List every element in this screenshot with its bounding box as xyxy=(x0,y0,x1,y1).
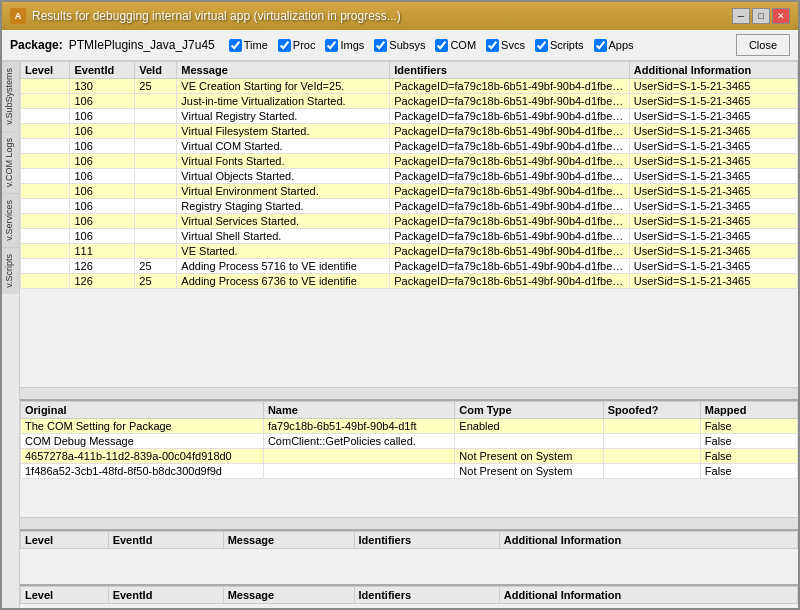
log-table-row[interactable]: 106 Virtual Shell Started. PackageID=fa7… xyxy=(21,229,798,244)
log-table-row[interactable]: 126 25 Adding Process 6736 to VE identif… xyxy=(21,274,798,289)
com-table-row[interactable]: COM Debug Message ComClient::GetPolicies… xyxy=(21,434,798,449)
cb-com-input[interactable] xyxy=(435,39,448,52)
cb-time-input[interactable] xyxy=(229,39,242,52)
com-scrollbar-h[interactable] xyxy=(20,517,798,529)
log-table-row[interactable]: 106 Registry Staging Started. PackageID=… xyxy=(21,199,798,214)
log-col-level: Level xyxy=(21,62,70,79)
com-table-container[interactable]: Original Name Com Type Spoofed? Mapped T… xyxy=(20,401,798,517)
log-cell-eventid: 106 xyxy=(70,109,135,124)
log-cell-eventid: 130 xyxy=(70,79,135,94)
side-tab-services[interactable]: v.Services xyxy=(2,193,19,247)
log-table-row[interactable]: 106 Virtual Services Started. PackageID=… xyxy=(21,214,798,229)
com-cell-spoofed xyxy=(603,419,700,434)
log-cell-message: VE Started. xyxy=(177,244,390,259)
com-cell-original: 1f486a52-3cb1-48fd-8f50-b8dc300d9f9d xyxy=(21,464,264,479)
cb-svcs[interactable]: Svcs xyxy=(486,39,525,52)
services-section: Level EventId Message Identifiers Additi… xyxy=(20,531,798,586)
log-cell-identifiers: PackageID=fa79c18b-6b51-49bf-90b4-d1fbef… xyxy=(390,244,630,259)
cb-subsys-input[interactable] xyxy=(374,39,387,52)
com-cell-original: The COM Setting for Package xyxy=(21,419,264,434)
log-table-row[interactable]: 106 Virtual Objects Started. PackageID=f… xyxy=(21,169,798,184)
log-col-eventid: EventId xyxy=(70,62,135,79)
log-cell-message: Virtual Services Started. xyxy=(177,214,390,229)
com-cell-mapped: False xyxy=(700,449,797,464)
com-table-row[interactable]: The COM Setting for Package fa79c18b-6b5… xyxy=(21,419,798,434)
com-cell-spoofed xyxy=(603,464,700,479)
cb-proc[interactable]: Proc xyxy=(278,39,316,52)
log-cell-veid xyxy=(135,124,177,139)
log-cell-veid: 25 xyxy=(135,274,177,289)
log-col-identifiers: Identifiers xyxy=(390,62,630,79)
minimize-button[interactable]: ─ xyxy=(732,8,750,24)
com-cell-name xyxy=(263,464,454,479)
cb-proc-input[interactable] xyxy=(278,39,291,52)
scr-col-eventid: EventId xyxy=(108,587,223,604)
cb-imgs[interactable]: Imgs xyxy=(325,39,364,52)
log-col-veid: VeId xyxy=(135,62,177,79)
log-cell-veid xyxy=(135,229,177,244)
com-cell-type xyxy=(455,434,603,449)
scr-col-message: Message xyxy=(223,587,354,604)
log-cell-identifiers: PackageID=fa79c18b-6b51-49bf-90b4-d1fbef… xyxy=(390,259,630,274)
log-cell-eventid: 106 xyxy=(70,184,135,199)
log-cell-message: Registry Staging Started. xyxy=(177,199,390,214)
side-tab-com-logs[interactable]: v.COM Logs xyxy=(2,131,19,193)
cb-scripts[interactable]: Scripts xyxy=(535,39,584,52)
com-cell-name xyxy=(263,449,454,464)
log-cell-level xyxy=(21,199,70,214)
com-table-row[interactable]: 1f486a52-3cb1-48fd-8f50-b8dc300d9f9d Not… xyxy=(21,464,798,479)
log-table-row[interactable]: 106 Virtual Environment Started. Package… xyxy=(21,184,798,199)
cb-scripts-input[interactable] xyxy=(535,39,548,52)
cb-svcs-input[interactable] xyxy=(486,39,499,52)
side-tab-subsystems[interactable]: v.SubSystems xyxy=(2,61,19,131)
com-col-spoofed: Spoofed? xyxy=(603,402,700,419)
com-cell-spoofed xyxy=(603,449,700,464)
log-cell-veid xyxy=(135,214,177,229)
log-cell-veid xyxy=(135,154,177,169)
log-scrollbar-h[interactable] xyxy=(20,387,798,399)
cb-com[interactable]: COM xyxy=(435,39,476,52)
side-tabs: v.SubSystems v.COM Logs v.Services v.Scr… xyxy=(2,61,20,608)
scr-col-additional: Additional Information xyxy=(499,587,797,604)
log-cell-message: Adding Process 5716 to VE identifie xyxy=(177,259,390,274)
com-cell-mapped: False xyxy=(700,419,797,434)
maximize-button[interactable]: □ xyxy=(752,8,770,24)
log-table: Level EventId VeId Message Identifiers A… xyxy=(20,61,798,289)
log-table-row[interactable]: 126 25 Adding Process 5716 to VE identif… xyxy=(21,259,798,274)
log-table-row[interactable]: 106 Just-in-time Virtualization Started.… xyxy=(21,94,798,109)
cb-apps-input[interactable] xyxy=(594,39,607,52)
log-table-row[interactable]: 106 Virtual Fonts Started. PackageID=fa7… xyxy=(21,154,798,169)
side-tab-scripts[interactable]: v.Scripts xyxy=(2,247,19,294)
log-cell-additional: UserSid=S-1-5-21-3465 xyxy=(629,139,797,154)
cb-imgs-input[interactable] xyxy=(325,39,338,52)
title-bar-left: A Results for debugging internal virtual… xyxy=(10,8,401,24)
log-cell-eventid: 106 xyxy=(70,154,135,169)
com-cell-spoofed xyxy=(603,434,700,449)
cb-time[interactable]: Time xyxy=(229,39,268,52)
log-cell-identifiers: PackageID=fa79c18b-6b51-49bf-90b4-d1fbef… xyxy=(390,229,630,244)
com-table-row[interactable]: 4657278a-411b-11d2-839a-00c04fd918d0 Not… xyxy=(21,449,798,464)
log-table-row[interactable]: 106 Virtual Registry Started. PackageID=… xyxy=(21,109,798,124)
log-cell-message: VE Creation Starting for VeId=25. xyxy=(177,79,390,94)
log-table-row[interactable]: 130 25 VE Creation Starting for VeId=25.… xyxy=(21,79,798,94)
cb-subsys[interactable]: Subsys xyxy=(374,39,425,52)
log-table-container[interactable]: Level EventId VeId Message Identifiers A… xyxy=(20,61,798,387)
close-button[interactable]: Close xyxy=(736,34,790,56)
log-table-body: 130 25 VE Creation Starting for VeId=25.… xyxy=(21,79,798,289)
log-cell-eventid: 106 xyxy=(70,124,135,139)
main-window: A Results for debugging internal virtual… xyxy=(0,0,800,610)
log-table-row[interactable]: 106 Virtual Filesystem Started. PackageI… xyxy=(21,124,798,139)
toolbar: Package: PTMIePlugins_Java_J7u45 Time Pr… xyxy=(2,30,798,61)
scr-col-level: Level xyxy=(21,587,109,604)
log-table-row[interactable]: 111 VE Started. PackageID=fa79c18b-6b51-… xyxy=(21,244,798,259)
cb-apps[interactable]: Apps xyxy=(594,39,634,52)
log-cell-additional: UserSid=S-1-5-21-3465 xyxy=(629,79,797,94)
log-table-row[interactable]: 106 Virtual COM Started. PackageID=fa79c… xyxy=(21,139,798,154)
log-cell-level xyxy=(21,139,70,154)
log-cell-veid xyxy=(135,184,177,199)
window-close-button[interactable]: ✕ xyxy=(772,8,790,24)
log-section: Level EventId VeId Message Identifiers A… xyxy=(20,61,798,401)
log-cell-additional: UserSid=S-1-5-21-3465 xyxy=(629,214,797,229)
scripts-table-container[interactable]: Level EventId Message Identifiers Additi… xyxy=(20,586,798,608)
services-table-container[interactable]: Level EventId Message Identifiers Additi… xyxy=(20,531,798,584)
